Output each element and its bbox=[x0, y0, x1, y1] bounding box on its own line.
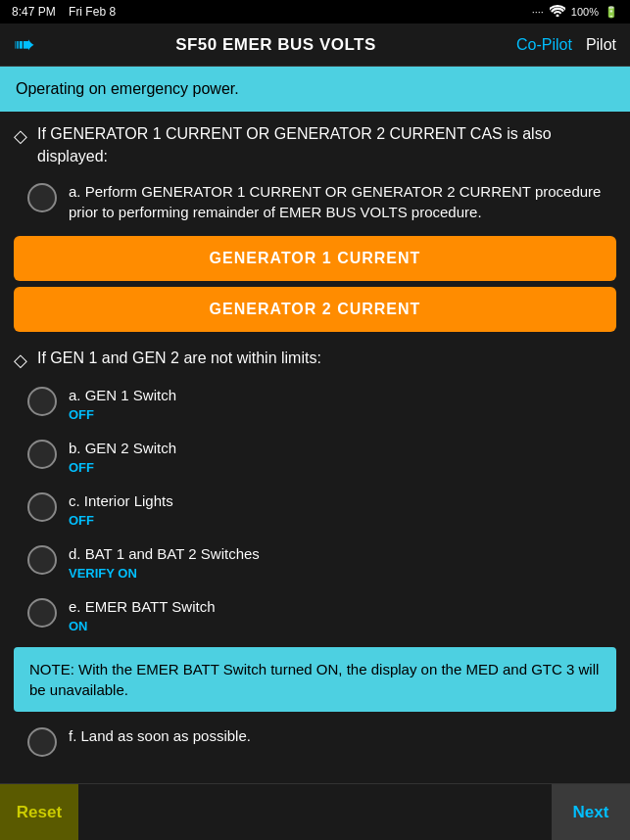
status-bar: 8:47 PM Fri Feb 8 ···· 100% 🔋 bbox=[0, 0, 630, 23]
app-header: ➠ SF50 EMER BUS VOLTS Co-Pilot Pilot bbox=[0, 23, 630, 67]
reset-button[interactable]: Reset bbox=[0, 784, 78, 841]
battery-icon: 🔋 bbox=[605, 6, 618, 19]
radio-button-a2[interactable] bbox=[27, 387, 57, 416]
list-item: b. GEN 2 Switch OFF bbox=[0, 430, 630, 483]
note-box: NOTE: With the EMER BATT Switch turned O… bbox=[14, 647, 616, 712]
pilot-tab[interactable]: Pilot bbox=[586, 36, 616, 54]
copilot-tab[interactable]: Co-Pilot bbox=[516, 36, 572, 54]
item-f-content: f. Land as soon as possible. bbox=[69, 725, 616, 746]
item-c-status: OFF bbox=[69, 513, 616, 528]
list-item: e. EMER BATT Switch ON bbox=[0, 588, 630, 641]
bottom-bar: Reset Next bbox=[0, 783, 630, 840]
item-d-content: d. BAT 1 and BAT 2 Switches VERIFY ON bbox=[69, 543, 616, 581]
radio-button-c[interactable] bbox=[27, 492, 57, 522]
diamond-icon-1: ◇ bbox=[14, 125, 27, 147]
item-a1-label: a. Perform GENERATOR 1 CURRENT OR GENERA… bbox=[69, 181, 616, 222]
item-d-label: d. BAT 1 and BAT 2 Switches bbox=[69, 543, 616, 564]
status-time-date: 8:47 PM Fri Feb 8 bbox=[12, 5, 116, 19]
item-e-status: ON bbox=[69, 619, 616, 633]
item-e-label: e. EMER BATT Switch bbox=[69, 596, 616, 617]
list-item: d. BAT 1 and BAT 2 Switches VERIFY ON bbox=[0, 536, 630, 588]
list-item: f. Land as soon as possible. bbox=[0, 718, 630, 761]
condition-1-header: ◇ If GENERATOR 1 CURRENT OR GENERATOR 2 … bbox=[0, 114, 630, 173]
item-a2-status: OFF bbox=[69, 407, 616, 422]
list-item: a. GEN 1 Switch OFF bbox=[0, 377, 630, 430]
status-date: Fri Feb 8 bbox=[69, 5, 116, 19]
item-c-label: c. Interior Lights bbox=[69, 490, 616, 511]
signal-icon: ···· bbox=[532, 6, 544, 18]
status-right: ···· 100% 🔋 bbox=[532, 5, 618, 19]
diamond-icon-2: ◇ bbox=[14, 350, 27, 371]
list-item: c. Interior Lights OFF bbox=[0, 483, 630, 536]
next-button[interactable]: Next bbox=[552, 784, 630, 841]
item-b-content: b. GEN 2 Switch OFF bbox=[69, 438, 616, 475]
list-item: a. Perform GENERATOR 1 CURRENT OR GENERA… bbox=[0, 173, 630, 230]
radio-button-b[interactable] bbox=[27, 440, 57, 469]
generator-1-current-button[interactable]: GENERATOR 1 CURRENT bbox=[14, 236, 616, 281]
radio-button-f[interactable] bbox=[27, 727, 57, 757]
item-b-status: OFF bbox=[69, 460, 616, 475]
generator-2-current-button[interactable]: GENERATOR 2 CURRENT bbox=[14, 287, 616, 332]
wifi-icon bbox=[550, 5, 565, 19]
item-a2-label: a. GEN 1 Switch bbox=[69, 385, 616, 405]
item-b-label: b. GEN 2 Switch bbox=[69, 438, 616, 458]
condition-2-header: ◇ If GEN 1 and GEN 2 are not within limi… bbox=[0, 338, 630, 377]
item-d-status: VERIFY ON bbox=[69, 566, 616, 581]
app-logo: ➠ bbox=[14, 29, 35, 60]
item-f-label: f. Land as soon as possible. bbox=[69, 725, 616, 746]
header-nav: Co-Pilot Pilot bbox=[516, 36, 616, 54]
item-a2-content: a. GEN 1 Switch OFF bbox=[69, 385, 616, 422]
item-a1-content: a. Perform GENERATOR 1 CURRENT OR GENERA… bbox=[69, 181, 616, 222]
battery-level: 100% bbox=[571, 6, 599, 18]
item-e-content: e. EMER BATT Switch ON bbox=[69, 596, 616, 633]
status-time: 8:47 PM bbox=[12, 5, 56, 19]
item-c-content: c. Interior Lights OFF bbox=[69, 490, 616, 528]
radio-button-d[interactable] bbox=[27, 545, 57, 575]
main-content: Operating on emergency power. ◇ If GENER… bbox=[0, 67, 630, 819]
radio-button-a1[interactable] bbox=[27, 183, 57, 212]
radio-button-e[interactable] bbox=[27, 598, 57, 628]
condition-1-text: If GENERATOR 1 CURRENT OR GENERATOR 2 CU… bbox=[37, 123, 616, 167]
page-title: SF50 EMER BUS VOLTS bbox=[175, 35, 376, 55]
top-banner: Operating on emergency power. bbox=[0, 67, 630, 112]
condition-2-text: If GEN 1 and GEN 2 are not within limits… bbox=[37, 348, 321, 369]
